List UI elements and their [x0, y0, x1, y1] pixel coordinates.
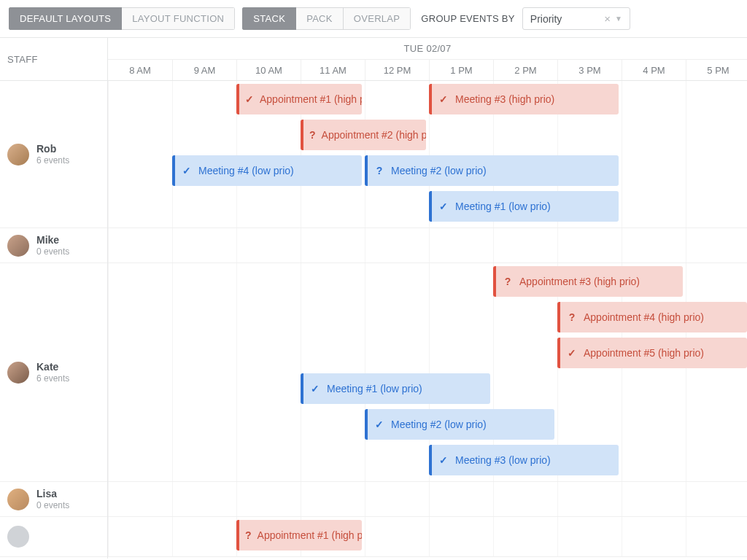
scheduler-grid: STAFF Rob 6 events Mike 0 events Kate 6 …: [0, 38, 747, 559]
resource-name: Mike: [36, 234, 69, 246]
toolbar-btn-stack[interactable]: STACK: [242, 7, 296, 30]
timeline-row[interactable]: ?Appointment #1 (high prio): [108, 517, 747, 557]
event-title: Appointment #5 (high prio): [584, 347, 704, 359]
event-title: Meeting #4 (low prio): [198, 165, 294, 176]
staff-header: STAFF: [0, 38, 107, 81]
event-title: Appointment #1 (high prio): [260, 93, 362, 105]
event-title: Meeting #1 (low prio): [455, 201, 551, 212]
resource-row[interactable]: [0, 517, 107, 557]
question-icon: ?: [245, 529, 252, 541]
avatar: [7, 362, 29, 384]
resource-count: 6 events: [36, 155, 69, 166]
check-icon: ✓: [438, 201, 449, 212]
check-icon: ✓: [566, 347, 578, 359]
resource-row[interactable]: Lisa 0 events: [0, 482, 107, 517]
resource-count: 0 events: [36, 500, 69, 510]
resource-column: STAFF Rob 6 events Mike 0 events Kate 6 …: [0, 38, 108, 559]
question-icon: ?: [374, 165, 385, 176]
layout-mode-group: DEFAULT LAYOUTSLAYOUT FUNCTION: [9, 7, 235, 30]
event[interactable]: ✓Meeting #1 (low prio): [301, 373, 490, 404]
event[interactable]: ✓Appointment #5 (high prio): [557, 338, 747, 368]
event[interactable]: ?Appointment #4 (high prio): [557, 302, 747, 332]
event-title: Meeting #2 (low prio): [391, 419, 487, 430]
time-header-cell: 11 AM: [301, 60, 365, 80]
time-header-cell: 8 AM: [108, 60, 172, 80]
event-title: Meeting #2 (low prio): [391, 165, 487, 176]
clear-icon[interactable]: ×: [601, 12, 614, 25]
time-header-cell: 9 AM: [172, 60, 236, 80]
event[interactable]: ✓Meeting #2 (low prio): [365, 409, 554, 440]
timeline-row[interactable]: [108, 482, 747, 517]
resource-name: Rob: [36, 143, 69, 155]
group-by-label: GROUP EVENTS BY: [421, 13, 515, 24]
event[interactable]: ✓Meeting #3 (low prio): [429, 445, 619, 475]
toolbar-btn-pack[interactable]: PACK: [296, 7, 344, 30]
event-title: Appointment #2 (high prio): [322, 129, 426, 141]
timeline-row[interactable]: ✓Appointment #1 (high prio)✓Meeting #3 (…: [108, 81, 747, 228]
resource-count: 0 events: [36, 246, 69, 257]
resource-row[interactable]: Kate 6 events: [0, 263, 107, 482]
chevron-down-icon: ▼: [615, 15, 622, 23]
check-icon: ✓: [438, 93, 449, 105]
time-header-cell: 5 PM: [686, 60, 747, 80]
toolbar-btn-layout-function[interactable]: LAYOUT FUNCTION: [122, 7, 235, 30]
time-header-cell: 1 PM: [429, 60, 493, 80]
group-by-select[interactable]: Priority × ▼: [522, 7, 630, 30]
resource-name: Kate: [36, 361, 69, 373]
layout-type-group: STACKPACKOVERLAP: [242, 7, 411, 30]
timeline-row[interactable]: ?Appointment #3 (high prio)?Appointment …: [108, 263, 747, 482]
avatar: [7, 526, 29, 548]
date-header: TUE 02/07: [108, 38, 747, 60]
check-icon: ✓: [374, 419, 385, 430]
group-by-value: Priority: [530, 13, 601, 25]
question-icon: ?: [502, 276, 514, 287]
check-icon: ✓: [438, 454, 449, 466]
question-icon: ?: [309, 129, 316, 141]
event[interactable]: ?Appointment #2 (high prio): [301, 120, 426, 150]
avatar: [7, 144, 29, 166]
event-title: Meeting #1 (low prio): [327, 383, 422, 394]
check-icon: ✓: [245, 93, 254, 105]
event-title: Meeting #3 (high prio): [455, 93, 554, 105]
time-header-cell: 2 PM: [493, 60, 557, 80]
event[interactable]: ✓Meeting #4 (low prio): [172, 155, 362, 186]
time-header-cell: 4 PM: [622, 60, 686, 80]
timeline-row[interactable]: [108, 228, 747, 263]
resource-row[interactable]: Rob 6 events: [0, 81, 107, 228]
event[interactable]: ?Appointment #1 (high prio): [236, 520, 362, 551]
toolbar-btn-overlap[interactable]: OVERLAP: [344, 7, 411, 30]
check-icon: ✓: [309, 383, 321, 394]
event-title: Appointment #4 (high prio): [584, 311, 704, 323]
avatar: [7, 235, 29, 257]
resource-count: 6 events: [36, 373, 69, 384]
event[interactable]: ✓Meeting #1 (low prio): [429, 191, 619, 222]
time-header: 8 AM9 AM10 AM11 AM12 PM1 PM2 PM3 PM4 PM5…: [108, 60, 747, 81]
check-icon: ✓: [181, 165, 193, 176]
avatar: [7, 489, 29, 510]
event-title: Appointment #1 (high prio): [258, 529, 362, 541]
resource-name: Lisa: [36, 488, 69, 500]
event[interactable]: ?Meeting #2 (low prio): [365, 155, 619, 186]
toolbar: DEFAULT LAYOUTSLAYOUT FUNCTION STACKPACK…: [0, 0, 747, 38]
toolbar-btn-default-layouts[interactable]: DEFAULT LAYOUTS: [9, 7, 122, 30]
timeline-column: TUE 02/07 8 AM9 AM10 AM11 AM12 PM1 PM2 P…: [108, 38, 747, 559]
time-header-cell: 10 AM: [236, 60, 301, 80]
time-header-cell: 3 PM: [557, 60, 622, 80]
time-header-cell: 12 PM: [365, 60, 429, 80]
event[interactable]: ✓Appointment #1 (high prio): [236, 84, 362, 114]
event-title: Meeting #3 (low prio): [455, 454, 551, 466]
question-icon: ?: [566, 311, 578, 323]
resource-row[interactable]: Mike 0 events: [0, 228, 107, 263]
event-title: Appointment #3 (high prio): [519, 276, 640, 287]
event[interactable]: ?Appointment #3 (high prio): [493, 266, 683, 297]
event[interactable]: ✓Meeting #3 (high prio): [429, 84, 619, 114]
